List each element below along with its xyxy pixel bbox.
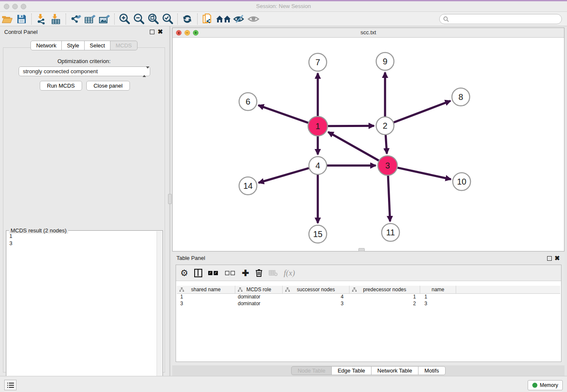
close-panel-icon[interactable]: ✖: [554, 255, 560, 262]
tab-network-table[interactable]: Network Table: [371, 366, 418, 375]
memory-button[interactable]: Memory: [528, 380, 563, 390]
cell-successor-nodes: 4: [283, 294, 350, 301]
float-panel-icon[interactable]: [150, 30, 154, 34]
graph-node-label: 1: [315, 121, 320, 131]
control-panel-tabs: Network Style Select MCDS: [0, 41, 168, 50]
zoom-fit-icon: [147, 13, 160, 25]
select-stepper-icon: [143, 69, 147, 75]
eye-icon: [247, 14, 261, 24]
criterion-select[interactable]: strongly connected component: [19, 66, 150, 76]
table-settings-button[interactable]: ⚙: [180, 268, 188, 278]
result-line: 3: [9, 240, 156, 247]
graph-edge-1-2[interactable]: [328, 126, 374, 126]
graph-edge-2-3[interactable]: [385, 135, 387, 154]
show-items-button[interactable]: [247, 13, 261, 25]
graph-edge-4-14[interactable]: [259, 168, 309, 183]
graph-node-label: 4: [315, 161, 320, 170]
table-row[interactable]: 1 dominator 4 1 1: [177, 294, 560, 301]
column-header[interactable]: shared name: [177, 286, 235, 293]
tab-style[interactable]: Style: [61, 41, 85, 50]
tab-select[interactable]: Select: [84, 41, 110, 50]
deselect-all-button[interactable]: [225, 268, 236, 278]
network-view-window: x − + scc.txt 7968124314101511: [172, 28, 564, 251]
hide-items-button[interactable]: [232, 13, 247, 25]
save-session-button[interactable]: [14, 13, 29, 25]
column-header[interactable]: successor nodes: [283, 286, 350, 293]
export-image-icon: [99, 14, 110, 25]
tab-motifs[interactable]: Motifs: [418, 366, 446, 375]
horizontal-divider-grip[interactable]: [358, 248, 365, 251]
window-minimize-button[interactable]: [12, 4, 18, 9]
zoom-fit-button[interactable]: [146, 13, 160, 25]
open-session-button[interactable]: [0, 13, 14, 25]
criterion-value: strongly connected component: [23, 68, 98, 75]
search-input[interactable]: [439, 14, 562, 24]
close-panel-button[interactable]: Close panel: [86, 81, 130, 91]
mcds-panel: Optimization criterion: strongly connect…: [3, 47, 165, 373]
home-button[interactable]: [215, 13, 232, 25]
window-title: Session: New Session: [0, 1, 567, 11]
zoom-selected-button[interactable]: [160, 13, 175, 25]
optimization-criterion-label: Optimization criterion:: [3, 58, 165, 64]
import-table-button[interactable]: [49, 13, 63, 25]
graph-edge-2-8[interactable]: [394, 101, 451, 122]
toolbar-separator: [177, 14, 178, 25]
node-table-container: ⚙ ✓ ✓ ✚: [176, 265, 561, 362]
task-history-button[interactable]: [4, 380, 17, 390]
table-row[interactable]: 3 dominator 3 2 3: [177, 301, 560, 307]
clone-network-button[interactable]: [200, 13, 215, 25]
two-houses-icon: [215, 14, 231, 24]
split-columns-button[interactable]: [194, 268, 202, 278]
graph-edge-3-11[interactable]: [388, 176, 390, 221]
column-header[interactable]: predecessor nodes: [350, 286, 420, 293]
clone-network-icon: [202, 13, 213, 25]
add-row-button[interactable]: ✚: [242, 268, 249, 278]
graph-node-label: 2: [383, 121, 387, 130]
result-scrollbar[interactable]: [157, 231, 162, 389]
run-mcds-button[interactable]: Run MCDS: [40, 81, 82, 91]
column-header[interactable]: name: [420, 286, 456, 293]
select-all-button[interactable]: ✓ ✓: [208, 268, 219, 278]
status-bar: Memory: [0, 376, 567, 392]
window-zoom-button[interactable]: [21, 4, 26, 9]
graph-edge-3-10[interactable]: [397, 168, 451, 179]
network-maximize-button[interactable]: +: [193, 30, 198, 36]
delete-row-button[interactable]: [255, 268, 263, 278]
export-network-button[interactable]: [69, 13, 83, 25]
zoom-out-button[interactable]: [132, 13, 146, 25]
tab-node-table[interactable]: Node Table: [291, 366, 332, 375]
graph-edge-1-6[interactable]: [259, 105, 308, 123]
graph-edge-3-1[interactable]: [328, 132, 379, 160]
float-panel-icon[interactable]: [547, 256, 552, 261]
network-graph-canvas[interactable]: 7968124314101511: [173, 38, 564, 251]
graph-node-label: 7: [315, 58, 320, 67]
import-network-button[interactable]: [34, 13, 49, 25]
column-label: shared name: [191, 287, 220, 293]
close-panel-icon[interactable]: ✖: [157, 28, 163, 35]
tab-edge-table[interactable]: Edge Table: [331, 366, 372, 375]
node-table: shared name MCDS role successor nodes pr…: [177, 286, 560, 307]
table-toolbar: ⚙ ✓ ✓ ✚: [176, 265, 561, 281]
export-image-button[interactable]: [97, 13, 112, 25]
import-table-icon: [50, 14, 61, 25]
refresh-button[interactable]: [180, 13, 195, 25]
mcds-result-text[interactable]: 1 3: [7, 232, 156, 389]
tab-mcds[interactable]: MCDS: [110, 41, 137, 50]
control-panel-title: Control Panel: [4, 29, 38, 35]
export-network-icon: [70, 14, 82, 25]
table-tabs: Node Table Edge Table Network Table Moti…: [172, 365, 564, 376]
delete-table-icon: [269, 270, 278, 276]
column-header[interactable]: MCDS role: [235, 286, 283, 293]
hierarchy-icon: [179, 287, 184, 292]
network-close-button[interactable]: x: [176, 30, 182, 36]
vertical-divider-grip[interactable]: [168, 194, 172, 204]
tab-network[interactable]: Network: [30, 41, 62, 50]
export-table-button[interactable]: [83, 13, 97, 25]
cell-mcds-role: dominator: [235, 294, 283, 301]
zoom-out-icon: [132, 13, 145, 25]
network-minimize-button[interactable]: −: [184, 30, 190, 36]
cell-name: 3: [420, 301, 456, 307]
network-window-titlebar: x − + scc.txt: [173, 28, 564, 38]
zoom-in-button[interactable]: [117, 13, 132, 25]
window-close-button[interactable]: [4, 4, 9, 9]
